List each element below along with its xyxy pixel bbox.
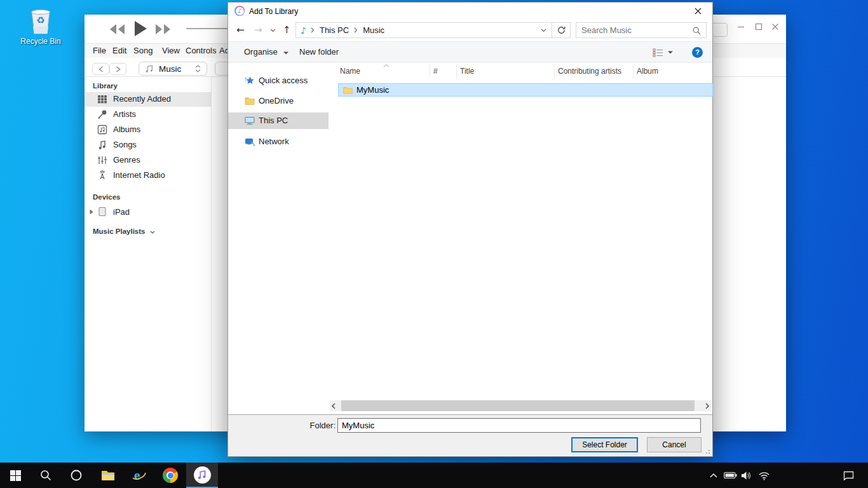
music-playlists-label: Music Playlists: [93, 227, 145, 235]
place-onedrive[interactable]: OneDrive: [228, 93, 329, 109]
menu-edit[interactable]: Edit: [112, 46, 126, 55]
dialog-titlebar[interactable]: ♪ Add To Library: [228, 3, 712, 20]
column-header-number[interactable]: #: [430, 64, 457, 78]
itunes-minimize-button[interactable]: [734, 20, 748, 33]
music-playlists-header[interactable]: Music Playlists: [93, 227, 155, 235]
file-explorer-button[interactable]: [93, 463, 123, 488]
speaker-icon: [741, 471, 752, 480]
scroll-left-arrow-icon[interactable]: [331, 403, 336, 409]
wifi-tray-icon[interactable]: [755, 463, 773, 488]
search-input[interactable]: [576, 23, 706, 37]
place-this-pc[interactable]: This PC: [228, 112, 329, 129]
place-network[interactable]: Network: [228, 133, 329, 150]
dropdown-caret-icon: [283, 51, 288, 55]
recycle-bin-desktop-icon[interactable]: ♻ Recycle Bin: [15, 5, 66, 46]
itunes-forward-button[interactable]: [109, 63, 126, 75]
volume-tray-icon[interactable]: [738, 463, 755, 488]
itunes-close-button[interactable]: [768, 20, 782, 33]
breadcrumb-chevron-icon[interactable]: [354, 27, 358, 33]
cortana-button[interactable]: [61, 463, 92, 488]
sidebar-item-internet-radio[interactable]: Internet Radio: [85, 168, 211, 183]
view-dropdown-caret-icon[interactable]: [668, 51, 673, 54]
wifi-icon: [758, 471, 770, 480]
start-button[interactable]: [0, 463, 31, 488]
ipad-icon: [97, 207, 107, 217]
details-view-icon[interactable]: [653, 48, 663, 57]
help-button[interactable]: ?: [692, 47, 703, 58]
menu-controls[interactable]: Controls: [186, 46, 216, 55]
file-list: Name # Title Contributing artists Album: [329, 63, 712, 414]
column-label: Title: [460, 67, 474, 76]
column-label: Contributing artists: [558, 67, 621, 76]
forward-arrow-button[interactable]: →: [254, 24, 262, 36]
music-note-icon: [97, 140, 107, 150]
internet-explorer-button[interactable]: e: [124, 463, 154, 488]
address-dropdown-chevron-icon[interactable]: [541, 29, 546, 32]
file-explorer-icon: [101, 470, 115, 481]
close-icon: [695, 8, 702, 15]
show-hidden-icons-button[interactable]: [705, 463, 722, 488]
menu-view[interactable]: View: [162, 46, 180, 55]
column-header-album[interactable]: Album: [634, 64, 714, 78]
action-center-button[interactable]: [839, 463, 858, 488]
chrome-button[interactable]: [155, 463, 186, 488]
dialog-close-button[interactable]: [684, 3, 712, 20]
address-bar[interactable]: ♪ This PC Music: [295, 22, 552, 38]
breadcrumb-chevron-icon[interactable]: [311, 27, 315, 33]
media-kind-dropdown[interactable]: Music: [139, 62, 207, 76]
place-quick-access[interactable]: Quick access: [228, 72, 329, 89]
folder-name-input[interactable]: [337, 418, 701, 433]
itunes-maximize-button[interactable]: [752, 20, 766, 33]
breadcrumb-this-pc[interactable]: This PC: [320, 25, 349, 35]
column-header-contributing-artists[interactable]: Contributing artists: [555, 64, 634, 78]
play-button[interactable]: [133, 20, 147, 37]
menu-file[interactable]: File: [93, 46, 106, 55]
refresh-button[interactable]: [552, 22, 571, 38]
file-row-mymusic[interactable]: MyMusic: [338, 83, 713, 97]
sidebar-item-label: Albums: [113, 125, 140, 134]
folder-icon: [343, 86, 353, 94]
sidebar-item-genres[interactable]: Genres: [85, 153, 211, 168]
file-name: MyMusic: [356, 85, 389, 95]
back-arrow-button[interactable]: ←: [236, 24, 245, 36]
horizontal-scrollbar[interactable]: [330, 400, 711, 411]
chevron-down-icon: [150, 231, 155, 234]
breadcrumb-music[interactable]: Music: [363, 25, 384, 35]
menu-song[interactable]: Song: [133, 46, 153, 55]
taskbar-search-button[interactable]: [31, 463, 61, 488]
column-label: Album: [637, 67, 658, 76]
select-folder-button[interactable]: Select Folder: [571, 437, 638, 452]
expand-arrow-icon[interactable]: [90, 209, 93, 215]
resize-grip[interactable]: [704, 448, 710, 454]
sidebar-item-albums[interactable]: Albums: [85, 123, 211, 137]
up-one-level-button[interactable]: ↑: [283, 24, 291, 36]
scroll-right-arrow-icon[interactable]: [705, 403, 710, 409]
battery-tray-icon[interactable]: [722, 463, 738, 488]
new-folder-button[interactable]: New folder: [299, 47, 339, 57]
media-kind-value: Music: [159, 64, 181, 74]
recycle-bin-label: Recycle Bin: [15, 37, 66, 46]
scrollbar-thumb[interactable]: [341, 400, 695, 411]
help-icon: ?: [695, 48, 700, 56]
folder-label: Folder:: [304, 421, 336, 430]
fast-forward-button[interactable]: [155, 24, 172, 35]
itunes-back-button[interactable]: [92, 63, 109, 75]
sidebar-item-recently-added[interactable]: Recently Added: [85, 92, 211, 107]
itunes-taskbar-button[interactable]: [186, 463, 218, 488]
recent-locations-chevron-icon[interactable]: [270, 29, 276, 32]
sidebar-item-ipad[interactable]: iPad: [85, 204, 211, 219]
rewind-button[interactable]: [109, 24, 125, 35]
cancel-button[interactable]: Cancel: [647, 437, 702, 452]
sidebar-item-artists[interactable]: Artists: [85, 107, 211, 122]
dialog-title: Add To Library: [249, 7, 298, 16]
faders-icon: [97, 155, 107, 165]
organise-menu-button[interactable]: Organise: [244, 47, 288, 57]
column-header-title[interactable]: Title: [457, 64, 555, 78]
column-header-name[interactable]: Name: [337, 64, 430, 78]
action-center-icon: [843, 471, 854, 480]
search-box[interactable]: [576, 22, 707, 38]
monitor-icon: [245, 116, 255, 126]
sidebar-item-songs[interactable]: Songs: [85, 138, 211, 152]
sidebar-item-label: Artists: [113, 109, 136, 119]
search-icon[interactable]: [693, 27, 701, 35]
